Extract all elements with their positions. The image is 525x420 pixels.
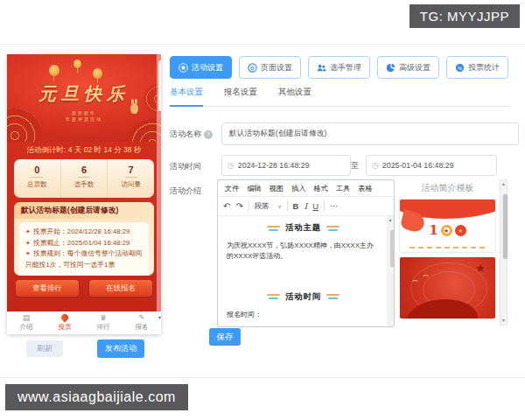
- page-settings-button[interactable]: D 页面设置: [239, 56, 301, 79]
- menu-edit[interactable]: 编辑: [247, 184, 261, 193]
- nav-signup[interactable]: ✎报名: [122, 314, 161, 331]
- underline-button[interactable]: U: [312, 201, 318, 211]
- dash-decoration: [410, 247, 486, 248]
- activity-name-label-row: 活动名称 ?: [170, 129, 213, 140]
- start-time-input[interactable]: ◷ 2024-12-28 16:48:29: [221, 155, 351, 176]
- stat-underline: [125, 177, 137, 178]
- template-scrollbar-thumb[interactable]: [503, 194, 508, 259]
- clock-icon: ◷: [372, 161, 379, 170]
- contestant-manage-button[interactable]: 选手管理: [308, 56, 370, 79]
- toolbar-separator: [248, 200, 249, 212]
- more-tools-button[interactable]: ⋯: [330, 201, 339, 211]
- heading-time-text: 活动时间: [285, 291, 321, 303]
- sparkle-icon: ✦: [25, 228, 31, 234]
- content-heading-theme: 活动主题: [227, 222, 380, 234]
- vote-start-line: ✦投票开始：2024/12/28 16:48:29: [25, 227, 143, 238]
- help-icon[interactable]: ?: [204, 130, 213, 139]
- vote-rule-line: ✦投票规则：每个微信号整个活动期间只能投1次，可投同一选手1票: [25, 248, 143, 270]
- banner-subtitle-line2: 年度评选活动: [7, 116, 161, 122]
- heading-decor-icon: [267, 226, 280, 231]
- italic-button[interactable]: I: [304, 201, 307, 211]
- nav-ranking[interactable]: ♛排行: [84, 314, 122, 331]
- undo-icon[interactable]: ↶: [223, 201, 230, 211]
- vote-end-value: 2025/01/04 16:48:29: [67, 239, 130, 247]
- editor-toolbar: ↶ ↷ 段落∨ B I U ⋯: [218, 196, 394, 216]
- template-thumbnail-2[interactable]: ★: [400, 257, 495, 318]
- heading-decor-icon: [326, 226, 340, 231]
- vote-statistics-button[interactable]: % 投票统计: [446, 56, 508, 79]
- stat-value: 6: [61, 164, 108, 175]
- paragraph-dropdown[interactable]: 段落∨: [255, 201, 282, 211]
- bird-icon: [423, 275, 429, 279]
- template-thumbnail-1[interactable]: 1★★: [400, 200, 495, 252]
- content-paragraph-partial: 报名时间：: [227, 310, 380, 320]
- menu-table[interactable]: 表格: [358, 184, 372, 193]
- lantern-icon: [93, 68, 102, 79]
- star-icon: ★: [475, 262, 486, 275]
- view-ranking-button[interactable]: 查看排行: [16, 280, 79, 297]
- url-watermark-badge: www.asiaagbaijiale.com: [5, 384, 188, 410]
- editor-scrollbar[interactable]: ▴: [387, 216, 394, 327]
- rich-text-editor: 文件 编辑 视图 插入 格式 工具 表格 ↶ ↷ 段落∨ B I U ⋯ 活动主…: [217, 179, 395, 327]
- bold-button[interactable]: B: [293, 201, 299, 211]
- stats-card: 0 总票数 6 选手数 7 访问量: [14, 159, 154, 198]
- page-settings-label: 页面设置: [261, 62, 292, 74]
- anniversary-100-graphic: 1★★: [400, 222, 495, 238]
- star-ring-icon: ★: [441, 225, 452, 236]
- page: TG: MYYJJPP www.asiaagbaijiale.com 元旦快乐 …: [0, 0, 525, 420]
- tg-watermark-badge: TG: MYYJJPP: [410, 4, 520, 28]
- activity-settings-button[interactable]: 活动设置: [170, 56, 232, 79]
- menu-tools[interactable]: 工具: [336, 184, 350, 193]
- content-paragraph: 为庆祝XXXX节，弘扬XXXX精神，由XXXX主办的XXXX评选活动。: [227, 241, 380, 262]
- scroll-up-arrow-icon[interactable]: ▴: [500, 180, 507, 188]
- stat-total-votes: 0 总票数: [14, 159, 60, 198]
- pie-chart-icon: [386, 63, 396, 73]
- menu-insert[interactable]: 插入: [291, 184, 305, 193]
- save-button[interactable]: 保存: [209, 328, 241, 346]
- intro-template-panel: 活动简介模板 1★★ ★: [398, 179, 497, 326]
- publish-activity-button[interactable]: 发布活动: [97, 340, 144, 358]
- nav-vote[interactable]: 投票: [46, 314, 84, 331]
- template-panel-scrollbar[interactable]: ▴ ▾: [500, 179, 508, 326]
- menu-file[interactable]: 文件: [225, 184, 239, 193]
- scroll-down-arrow-icon[interactable]: ▾: [500, 317, 507, 325]
- scroll-down-arrow-icon[interactable]: ▾: [158, 314, 161, 320]
- sparkle-icon: ✦: [25, 250, 31, 256]
- stat-label: 访问量: [108, 180, 154, 189]
- start-time-value: 2024-12-28 16:48:29: [238, 161, 310, 170]
- tab-basic-settings[interactable]: 基本设置: [170, 87, 203, 107]
- advanced-settings-button[interactable]: 高级设置: [377, 56, 439, 79]
- vote-statistics-label: 投票统计: [468, 62, 500, 74]
- tab-other-settings[interactable]: 其他设置: [278, 87, 312, 106]
- activity-name-value: 默认活动标题(创建后请修改): [229, 129, 326, 139]
- svg-text:%: %: [458, 65, 462, 70]
- top-divider: [0, 44, 525, 45]
- menu-format[interactable]: 格式: [314, 184, 328, 193]
- stat-contestants: 6 选手数: [60, 159, 108, 198]
- editor-content[interactable]: 活动主题 为庆祝XXXX节，弘扬XXXX精神，由XXXX主办的XXXX评选活动。…: [218, 216, 394, 327]
- heading-theme-text: 活动主题: [285, 222, 321, 234]
- template-panel-title: 活动简介模板: [398, 182, 497, 194]
- redo-icon[interactable]: ↷: [235, 201, 242, 211]
- contestant-manage-label: 选手管理: [330, 62, 361, 74]
- editor-scrollbar-thumb[interactable]: [390, 230, 395, 267]
- tab-signup-settings[interactable]: 报名设置: [224, 87, 257, 106]
- preview-scrollbar-thumb[interactable]: [159, 61, 161, 110]
- bird-icon: [412, 280, 418, 284]
- preview-scrollbar[interactable]: [157, 54, 161, 312]
- banner-subtitle: 恭贺新年 年度评选活动: [7, 110, 161, 122]
- stat-visits: 7 访问量: [107, 159, 154, 198]
- nav-intro[interactable]: ▤介绍: [7, 314, 46, 331]
- activity-name-input[interactable]: 默认活动标题(创建后请修改): [221, 122, 519, 145]
- scroll-up-arrow-icon[interactable]: ▴: [387, 216, 394, 223]
- activity-settings-label: 活动设置: [192, 62, 223, 74]
- end-time-value: 2025-01-04 16:48:29: [382, 161, 454, 170]
- menu-view[interactable]: 视图: [270, 184, 284, 193]
- advanced-settings-label: 高级设置: [399, 62, 430, 74]
- online-signup-button[interactable]: 在线报名: [89, 280, 152, 297]
- bottom-divider: [0, 377, 525, 378]
- refresh-button[interactable]: 刷新: [26, 340, 63, 357]
- stats-icon: %: [455, 63, 465, 73]
- end-time-input[interactable]: ◷ 2025-01-04 16:48:29: [366, 155, 497, 176]
- activity-info-card: 默认活动标题(创建后请修改) ✦投票开始：2024/12/28 16:48:29…: [14, 202, 154, 276]
